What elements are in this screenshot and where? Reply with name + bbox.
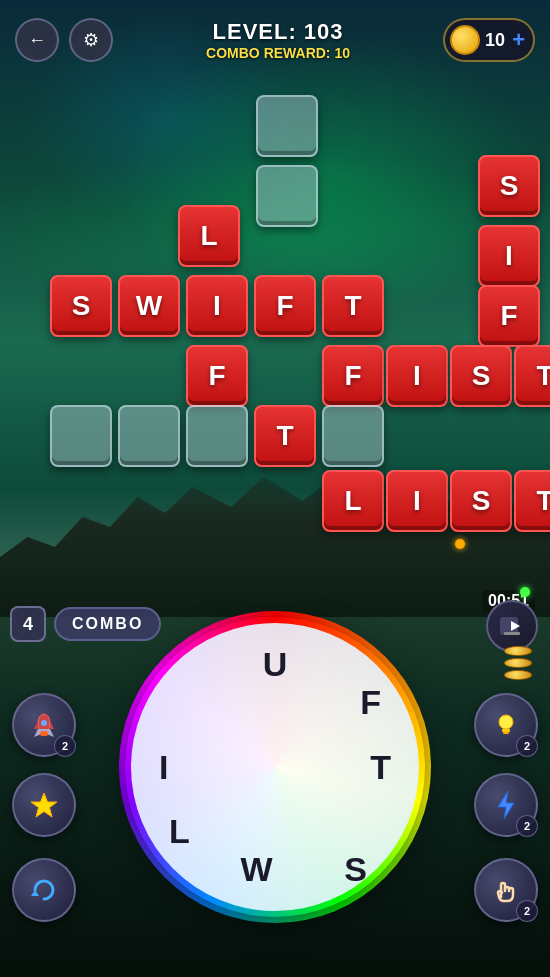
svg-marker-10 [31,890,39,896]
tile-T-list: T [514,470,550,532]
level-title: LEVEL: 103 [206,19,350,45]
wheel-letter-W[interactable]: W [240,850,272,889]
star-button[interactable] [12,773,76,837]
wheel-letter-I[interactable]: I [159,748,168,787]
coin-plus-button[interactable]: + [512,27,525,53]
rocket-count: 2 [54,735,76,757]
back-button[interactable]: ← [15,18,59,62]
lightning-count: 2 [516,815,538,837]
dot-orange [455,539,465,549]
tile-T-col: T [254,405,316,467]
svg-marker-14 [498,791,514,819]
hand-count: 2 [516,900,538,922]
tile-F-fist: F [186,345,248,407]
tile-S-top: S [478,155,540,217]
tile-L-list: L [322,470,384,532]
wheel-letter-U[interactable]: U [263,645,288,684]
empty-tile-3 [50,405,112,467]
header-left-buttons: ← ⚙ [15,18,113,62]
empty-tile-2 [256,165,318,227]
empty-tile-6 [322,405,384,467]
tile-S-fist: S [450,345,512,407]
rocket-button[interactable]: 2 [12,693,76,757]
svg-marker-7 [50,721,54,729]
coin-stack-icon-1 [504,646,532,656]
tile-F-right: F [478,285,540,347]
tile-T-fist: T [514,345,550,407]
coin-stack-icon-3 [504,670,532,680]
wheel-letter-S[interactable]: S [344,850,367,889]
coin-display: 10 + [443,18,535,62]
tile-W-swift: W [118,275,180,337]
coin-stack [504,646,532,682]
settings-button[interactable]: ⚙ [69,18,113,62]
tile-I-right1: I [478,225,540,287]
svg-marker-6 [34,721,38,729]
video-reward-button[interactable] [486,600,538,652]
wheel-letter-T[interactable]: T [370,748,391,787]
letter-wheel[interactable]: U F I T L W S [125,617,425,917]
tile-F-fist2: F [322,345,384,407]
tile-L: L [178,205,240,267]
lightning-button[interactable]: 2 [474,773,538,837]
hand-button[interactable]: 2 [474,858,538,922]
tile-F-swift: F [254,275,316,337]
hint-button[interactable]: 2 [474,693,538,757]
empty-tile-1 [256,95,318,157]
coin-stack-icon-2 [504,658,532,668]
refresh-button[interactable] [12,858,76,922]
combo-number: 4 [10,606,46,642]
combo-bar: 4 COMBO [10,606,161,642]
svg-point-5 [41,720,47,726]
hint-count: 2 [516,735,538,757]
empty-tile-4 [118,405,180,467]
svg-rect-8 [40,731,48,736]
wheel-letter-L[interactable]: L [169,812,190,851]
svg-rect-2 [504,632,520,635]
tile-T-swift: T [322,275,384,337]
dot-green [520,587,530,597]
svg-marker-9 [31,793,57,817]
empty-tile-5 [186,405,248,467]
wheel-letter-F[interactable]: F [360,683,381,722]
tile-S-list: S [450,470,512,532]
tile-I-swift: I [186,275,248,337]
coin-count: 10 [485,30,505,51]
header: ← ⚙ LEVEL: 103 COMBO REWARD: 10 10 + [0,0,550,80]
combo-reward-label: COMBO REWARD: 10 [206,45,350,61]
svg-point-11 [499,715,513,729]
svg-rect-12 [502,729,510,732]
coin-icon [450,25,480,55]
tile-I-fist: I [386,345,448,407]
header-center: LEVEL: 103 COMBO REWARD: 10 [206,19,350,61]
svg-rect-13 [503,732,509,734]
tile-I-list: I [386,470,448,532]
tile-S-swift: S [50,275,112,337]
combo-badge: COMBO [54,607,161,641]
